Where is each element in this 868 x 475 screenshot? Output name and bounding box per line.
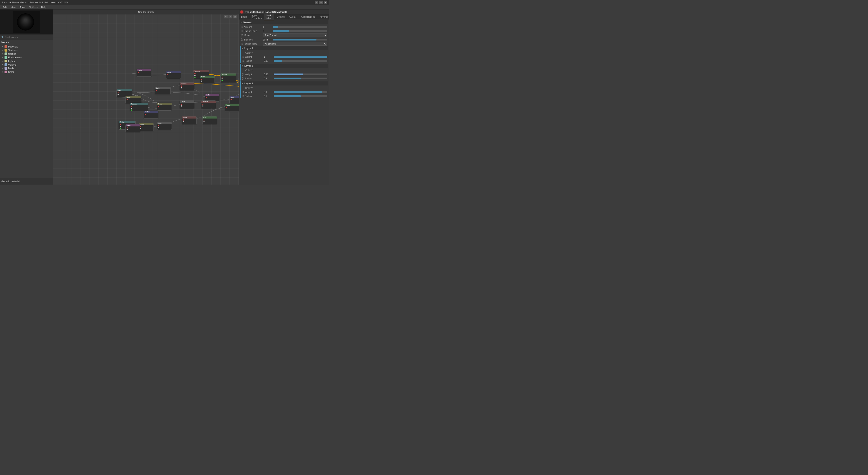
layer1-radius-port[interactable]	[242, 60, 244, 62]
sidebar-item-utilities[interactable]: ▼ Utilities	[0, 52, 53, 56]
shader-node-n24[interactable]: Color	[202, 116, 217, 124]
layer3-weight-slider[interactable]	[274, 91, 327, 93]
port-dot	[183, 119, 184, 121]
color-label: Color	[8, 70, 14, 73]
menu-tools[interactable]: Tools	[18, 5, 27, 9]
samples-value: 2048	[263, 38, 272, 41]
sidebar-item-environment[interactable]: ▼ Environment	[0, 56, 53, 59]
port-dot	[183, 121, 184, 122]
zoom-in-button[interactable]: +	[224, 14, 228, 19]
layer1-header[interactable]: ▼ Layer 1	[241, 46, 328, 50]
include-mode-dropdown[interactable]: All Objects Selected	[263, 42, 327, 46]
tab-base-properties[interactable]: Base Properties	[249, 14, 264, 20]
layer3-radius-slider[interactable]	[274, 95, 327, 97]
shader-node-n21[interactable]: Node	[139, 123, 154, 131]
layer2-header[interactable]: ▼ Layer 2	[241, 64, 328, 68]
node-port	[204, 121, 216, 123]
layer1-weight-port[interactable]	[242, 56, 244, 58]
shader-node-n9[interactable]: Texture	[180, 82, 194, 90]
node-port	[138, 71, 150, 73]
shader-node-n15[interactable]: Color	[180, 100, 194, 108]
node-title: Node	[225, 104, 239, 106]
shader-node-n13[interactable]: Texture	[130, 103, 148, 112]
mode-port[interactable]	[241, 34, 243, 36]
close-button[interactable]: ✕	[324, 1, 327, 4]
node-title: Color	[203, 117, 217, 119]
node-title: Math	[157, 122, 172, 124]
shader-node-n26[interactable]: Node	[125, 124, 140, 132]
shader-node-n3[interactable]: Texture	[220, 73, 236, 82]
menu-edit[interactable]: Edit	[1, 5, 9, 9]
shader-node-n22[interactable]: Math	[157, 122, 172, 130]
fit-button[interactable]: ⊞	[233, 14, 237, 19]
shader-node-n23[interactable]: Node	[182, 116, 197, 124]
port-dot	[158, 125, 159, 126]
sidebar-item-textures[interactable]: ▼ Textures	[0, 49, 53, 52]
environment-icon	[4, 56, 7, 59]
radius-scale-slider[interactable]	[273, 30, 327, 32]
shader-node-n14[interactable]: Node	[157, 103, 172, 111]
amount-port[interactable]	[241, 26, 243, 28]
layer3-radius-port[interactable]	[242, 95, 244, 97]
tab-optimizations[interactable]: Optimizations	[299, 15, 318, 19]
mode-dropdown[interactable]: Ray Traced Scatter	[263, 33, 327, 37]
port-dot	[181, 87, 182, 88]
amount-slider[interactable]	[273, 26, 327, 28]
sidebar-item-materials[interactable]: ▼ Materials	[0, 45, 53, 49]
radius-scale-port[interactable]	[241, 30, 243, 32]
find-nodes-input[interactable]	[5, 36, 41, 38]
tab-multi-sss[interactable]: Multi-SSS	[264, 13, 274, 20]
node-title: Node	[137, 69, 151, 71]
menu-help[interactable]: Help	[39, 5, 48, 9]
layer2-radius-port[interactable]	[242, 77, 244, 80]
menu-options[interactable]: Options	[27, 5, 39, 9]
layer2-weight-slider[interactable]	[274, 73, 327, 75]
port-dot	[181, 106, 182, 107]
layer2-radius-label: Radius	[245, 77, 263, 80]
shader-node-n8[interactable]: Color	[155, 87, 170, 95]
graph-canvas[interactable]: RS MaterialTextureTextureNodeNodeNodeNod…	[53, 14, 239, 184]
shader-node-n4[interactable]: Node	[166, 71, 181, 79]
shader-node-n25[interactable]: Texture	[144, 111, 158, 119]
sidebar-item-color[interactable]: ▼ Color	[0, 70, 53, 74]
include-mode-port[interactable]	[241, 43, 243, 45]
prop-layer1-color: Color ?	[241, 51, 328, 55]
shader-node-n16[interactable]: Texture	[201, 100, 216, 108]
tab-coating[interactable]: Coating	[274, 15, 287, 19]
sidebar-item-lights[interactable]: ▼ Lights	[0, 59, 53, 63]
layer1-radius-slider[interactable]	[274, 60, 327, 62]
samples-port[interactable]	[241, 38, 243, 41]
layer1-weight-slider[interactable]	[274, 56, 327, 58]
tab-overall[interactable]: Overall	[287, 15, 299, 19]
samples-slider[interactable]	[273, 39, 327, 40]
tab-advanced[interactable]: Advanced	[317, 15, 329, 19]
sidebar-status: Generic material	[0, 178, 53, 184]
minimize-button[interactable]: ─	[315, 1, 318, 4]
sidebar-item-volume[interactable]: ▼ Volume	[0, 63, 53, 66]
layer3-header[interactable]: ▼ Layer 3	[241, 82, 328, 86]
layer1-weight-value: 1	[264, 56, 273, 58]
menu-view[interactable]: View	[9, 5, 18, 9]
general-section-header[interactable]: ▼ General	[240, 20, 328, 24]
layer3-radius-label: Radius	[245, 95, 263, 97]
graph-area[interactable]: Shader Graph + − ⊞	[53, 9, 239, 184]
port-dot	[140, 126, 141, 127]
shader-node-n17[interactable]: Node	[225, 104, 239, 112]
shader-node-n11[interactable]: Node	[229, 96, 239, 104]
layer2-weight-port[interactable]	[242, 73, 244, 76]
layer2-radius-slider[interactable]	[274, 78, 327, 80]
port-dot	[181, 103, 182, 105]
tab-basic[interactable]: Basic	[239, 15, 249, 19]
sidebar-item-math[interactable]: ▼ Math	[0, 66, 53, 70]
window-controls: ─ □ ✕	[315, 1, 327, 4]
port-dot	[202, 103, 204, 105]
layer3-weight-port[interactable]	[242, 91, 244, 93]
maximize-button[interactable]: □	[319, 1, 323, 4]
layer1-arrow-icon: ▼	[242, 47, 243, 49]
shader-node-n10[interactable]: Math	[200, 76, 215, 84]
zoom-out-button[interactable]: −	[228, 14, 232, 19]
node-port	[131, 107, 147, 109]
node-port	[140, 126, 153, 127]
environment-label: Environment	[8, 56, 22, 59]
shader-node-n5[interactable]: Node	[137, 69, 151, 77]
